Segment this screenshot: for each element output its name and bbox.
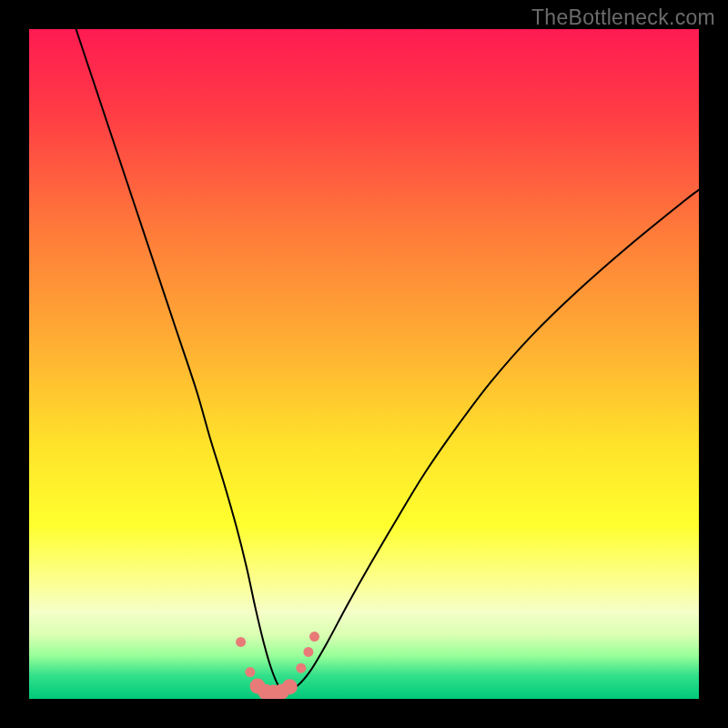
highlight-dot	[245, 667, 255, 677]
highlight-dot	[282, 679, 298, 694]
chart-svg	[29, 29, 699, 699]
chart-frame: TheBottleneck.com	[0, 0, 728, 728]
highlight-dot	[236, 637, 246, 647]
plot-area	[29, 29, 699, 699]
highlight-dot	[309, 632, 319, 642]
watermark-text: TheBottleneck.com	[531, 5, 715, 30]
gradient-background	[29, 29, 699, 699]
highlight-dot	[296, 663, 306, 673]
highlight-dot	[303, 647, 313, 657]
